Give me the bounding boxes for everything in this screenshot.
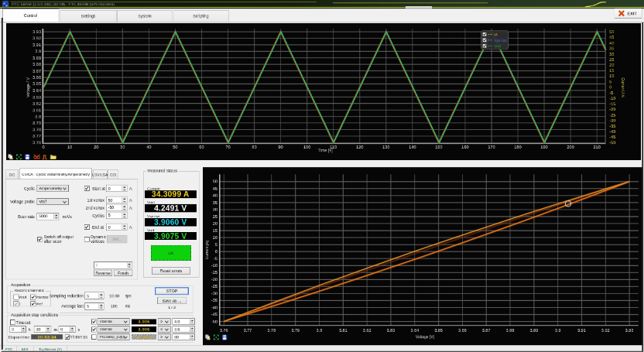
- svg-text:-35: -35: [211, 298, 218, 302]
- svg-text:Voltage / V: Voltage / V: [26, 77, 30, 97]
- svg-text:-50: -50: [609, 140, 615, 145]
- svg-text:3.77: 3.77: [244, 327, 252, 332]
- svg-text:3.76: 3.76: [33, 140, 41, 145]
- svg-text:90: 90: [278, 145, 283, 149]
- svg-text:-35: -35: [609, 124, 615, 128]
- svg-text:Vref: Vref: [494, 43, 502, 48]
- svg-text:3.93: 3.93: [625, 327, 634, 332]
- svg-text:-20: -20: [211, 277, 218, 282]
- svg-text:60: 60: [199, 145, 204, 149]
- svg-text:3.85: 3.85: [434, 327, 443, 332]
- svg-text:3.78: 3.78: [268, 327, 276, 332]
- svg-text:-50: -50: [211, 319, 218, 323]
- svg-text:100: 100: [303, 145, 311, 149]
- svg-text:3.92: 3.92: [601, 327, 610, 332]
- svg-text:-40: -40: [211, 305, 218, 309]
- svg-text:3.79: 3.79: [33, 121, 41, 125]
- svg-text:3.85: 3.85: [33, 81, 41, 86]
- svg-text:180: 180: [514, 145, 522, 149]
- svg-text:25: 25: [213, 214, 218, 218]
- svg-text:3.84: 3.84: [33, 88, 41, 93]
- svg-text:3.82: 3.82: [363, 327, 372, 332]
- svg-text:3.86: 3.86: [458, 327, 467, 332]
- svg-text:3.9: 3.9: [35, 49, 41, 53]
- svg-text:30: 30: [213, 207, 218, 211]
- svg-text:0: 0: [609, 85, 611, 90]
- svg-text:150: 150: [435, 145, 443, 149]
- svg-text:3.81: 3.81: [33, 108, 41, 112]
- svg-text:3.77: 3.77: [33, 134, 41, 138]
- svg-text:-10: -10: [609, 96, 615, 101]
- svg-text:200: 200: [567, 145, 574, 149]
- svg-text:3.79: 3.79: [291, 327, 300, 332]
- svg-text:45: 45: [213, 186, 218, 190]
- svg-text:130: 130: [382, 145, 390, 149]
- svg-text:20: 20: [609, 63, 614, 67]
- svg-text:-30: -30: [211, 291, 218, 296]
- svg-text:-25: -25: [211, 284, 218, 289]
- svg-text:3.87: 3.87: [33, 68, 41, 73]
- svg-text:3.8: 3.8: [317, 327, 323, 332]
- svg-text:50: 50: [609, 29, 614, 34]
- svg-text:20: 20: [213, 220, 218, 225]
- svg-text:-20: -20: [609, 107, 615, 111]
- svg-text:Current [A]: Current [A]: [204, 240, 209, 259]
- svg-text:3.83: 3.83: [387, 327, 396, 332]
- svg-text:45: 45: [609, 35, 614, 39]
- svg-text:-15: -15: [211, 270, 218, 275]
- svg-text:3.8: 3.8: [35, 114, 41, 118]
- svg-text:40: 40: [609, 40, 614, 45]
- svg-text:3.84: 3.84: [411, 327, 420, 332]
- svg-text:3.88: 3.88: [33, 62, 41, 67]
- svg-text:3.93: 3.93: [33, 29, 41, 34]
- svg-text:IA: IA: [494, 32, 498, 36]
- svg-text:-45: -45: [609, 135, 615, 139]
- svg-text:190: 190: [540, 145, 548, 149]
- svg-text:40: 40: [213, 193, 218, 197]
- svg-text:3.91: 3.91: [33, 43, 41, 47]
- svg-text:0: 0: [215, 249, 218, 254]
- svg-text:0: 0: [42, 145, 44, 149]
- svg-text:-5: -5: [609, 91, 613, 95]
- svg-text:140: 140: [409, 145, 416, 149]
- svg-text:10: 10: [67, 145, 72, 149]
- svg-text:80: 80: [252, 145, 256, 149]
- svg-text:35: 35: [609, 46, 614, 50]
- svg-text:40: 40: [146, 145, 151, 149]
- svg-text:3.91: 3.91: [577, 327, 586, 332]
- svg-text:-40: -40: [609, 129, 615, 134]
- svg-text:3.83: 3.83: [33, 94, 41, 99]
- svg-text:3.82: 3.82: [33, 101, 41, 106]
- svg-text:25: 25: [609, 57, 614, 62]
- svg-text:35: 35: [213, 200, 218, 204]
- svg-text:-45: -45: [211, 312, 218, 316]
- svg-text:120: 120: [356, 145, 364, 149]
- svg-text:-15: -15: [609, 101, 615, 106]
- svg-text:3.76: 3.76: [220, 327, 228, 332]
- svg-text:170: 170: [488, 145, 495, 149]
- svg-text:-5: -5: [214, 256, 218, 261]
- svg-text:30: 30: [120, 145, 125, 149]
- svg-text:3.9: 3.9: [555, 327, 561, 332]
- svg-text:Current / A: Current / A: [621, 77, 625, 97]
- svg-text:210: 210: [593, 145, 600, 149]
- svg-text:3.92: 3.92: [33, 36, 41, 40]
- svg-text:30: 30: [609, 52, 614, 56]
- svg-text:10: 10: [213, 235, 218, 240]
- svg-text:50: 50: [173, 145, 177, 149]
- svg-text:10: 10: [609, 73, 614, 78]
- svg-text:3.88: 3.88: [506, 327, 515, 332]
- svg-text:Time [s]: Time [s]: [318, 148, 333, 152]
- svg-text:Voltage [V]: Voltage [V]: [416, 334, 435, 339]
- svg-text:3.78: 3.78: [33, 127, 41, 132]
- svg-text:15: 15: [213, 228, 218, 233]
- svg-text:-10: -10: [211, 263, 218, 268]
- svg-text:5: 5: [215, 242, 218, 247]
- svg-text:70: 70: [225, 145, 230, 149]
- svg-text:160: 160: [461, 145, 469, 149]
- svg-text:3.87: 3.87: [482, 327, 491, 332]
- svg-text:3.89: 3.89: [530, 327, 539, 332]
- svg-text:-30: -30: [609, 118, 615, 122]
- svg-text:20: 20: [94, 145, 98, 149]
- svg-text:3.81: 3.81: [339, 327, 348, 332]
